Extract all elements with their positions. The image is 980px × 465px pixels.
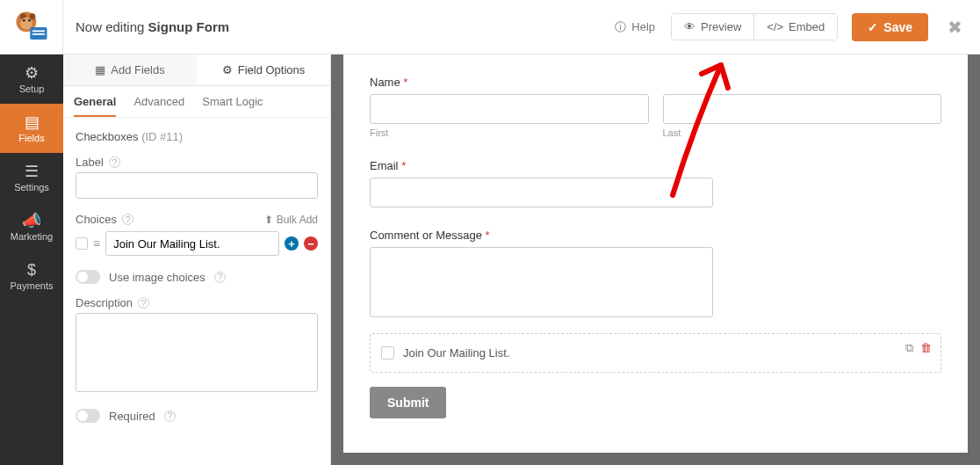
- tab-field-options[interactable]: ⚙ Field Options: [197, 54, 330, 85]
- nav-fields[interactable]: ▤ Fields: [0, 104, 63, 153]
- required-toggle[interactable]: [76, 409, 100, 423]
- help-link[interactable]: ⓘ Help: [615, 19, 655, 35]
- check-icon: ✓: [868, 20, 878, 34]
- field-checkboxes-selected[interactable]: ⧉ 🗑 Join Our Mailing List.: [370, 333, 941, 373]
- field-type-heading: Checkboxes (ID #11): [76, 130, 318, 143]
- image-choices-toggle-row: Use image choices ?: [76, 270, 318, 284]
- checkbox-option[interactable]: [381, 346, 394, 360]
- nav-marketing[interactable]: 📣 Marketing: [0, 202, 63, 251]
- field-email[interactable]: Email *: [370, 159, 941, 207]
- nav-payments[interactable]: $ Payments: [0, 251, 63, 301]
- nav-label: Payments: [11, 280, 54, 291]
- nav-settings[interactable]: ☰ Settings: [0, 153, 63, 202]
- editing-prefix: Now editing: [76, 19, 144, 34]
- remove-choice-button[interactable]: −: [304, 236, 318, 251]
- comment-input[interactable]: [370, 247, 713, 317]
- trash-icon[interactable]: 🗑: [920, 341, 932, 355]
- help-icon: ⓘ: [615, 19, 626, 35]
- bulk-add-link[interactable]: ⬆ Bulk Add: [264, 214, 318, 226]
- help-icon[interactable]: ?: [138, 297, 149, 309]
- field-name[interactable]: Name * First Last: [370, 76, 941, 138]
- nav-setup[interactable]: ⚙ Setup: [0, 54, 63, 104]
- subtab-general[interactable]: General: [74, 95, 116, 117]
- svg-point-4: [22, 18, 25, 21]
- help-label: Help: [631, 20, 655, 33]
- save-button[interactable]: ✓ Save: [852, 13, 928, 41]
- form-preview: Name * First Last: [343, 54, 968, 453]
- layout-icon: ▤: [25, 114, 40, 130]
- form-preview-canvas: Name * First Last: [331, 54, 980, 465]
- svg-rect-7: [32, 30, 44, 32]
- field-comment[interactable]: Comment or Message *: [370, 229, 941, 317]
- help-icon[interactable]: ?: [122, 214, 133, 225]
- subtab-advanced[interactable]: Advanced: [133, 95, 184, 117]
- left-nav: ⚙ Setup ▤ Fields ☰ Settings 📣 Marketing …: [0, 0, 63, 465]
- image-choices-toggle[interactable]: [76, 270, 100, 284]
- dollar-icon: $: [27, 262, 36, 278]
- nav-label: Setup: [19, 84, 45, 94]
- grid-icon: ▦: [95, 63, 105, 76]
- drag-handle-icon[interactable]: ≡: [93, 236, 100, 251]
- code-icon: </>: [767, 20, 783, 33]
- upload-icon: ⬆: [264, 214, 273, 226]
- top-bar: Now editing Signup Form ⓘ Help 👁 Preview…: [63, 0, 980, 54]
- submit-button[interactable]: Submit: [370, 387, 446, 418]
- nav-label: Settings: [14, 182, 49, 193]
- preview-embed-group: 👁 Preview </> Embed: [671, 13, 838, 40]
- choice-default-checkbox[interactable]: [76, 237, 88, 250]
- preview-button[interactable]: 👁 Preview: [672, 14, 754, 40]
- svg-rect-8: [32, 33, 44, 35]
- description-heading: Description ?: [76, 296, 318, 309]
- sliders-icon: ☰: [25, 163, 39, 179]
- last-sublabel: Last: [663, 127, 942, 138]
- first-name-input[interactable]: [370, 94, 649, 124]
- checkbox-option-label: Join Our Mailing List.: [403, 346, 509, 360]
- nav-label: Marketing: [11, 231, 53, 242]
- choice-input[interactable]: [105, 231, 279, 256]
- gear-icon: ⚙: [25, 65, 39, 81]
- preview-label: Preview: [701, 20, 741, 33]
- help-icon[interactable]: ?: [164, 411, 176, 422]
- email-input[interactable]: [370, 178, 713, 207]
- page-title: Now editing Signup Form: [76, 19, 229, 34]
- choice-row: ≡ + −: [76, 231, 318, 256]
- form-name: Signup Form: [148, 19, 230, 34]
- close-button[interactable]: ✖: [948, 17, 962, 38]
- field-sidebar: ▦ Add Fields ⚙ Field Options General Adv…: [63, 54, 331, 465]
- duplicate-icon[interactable]: ⧉: [905, 341, 913, 355]
- subtab-smart-logic[interactable]: Smart Logic: [202, 95, 263, 117]
- embed-button[interactable]: </> Embed: [754, 14, 837, 40]
- nav-label: Fields: [18, 133, 44, 143]
- label-heading: Label ?: [76, 156, 318, 169]
- required-toggle-row: Required ?: [76, 409, 318, 423]
- last-name-input[interactable]: [663, 94, 942, 124]
- choices-heading: Choices ?: [76, 213, 133, 226]
- help-icon[interactable]: ?: [109, 156, 120, 168]
- logo: [0, 0, 63, 54]
- save-label: Save: [883, 20, 912, 34]
- first-sublabel: First: [370, 127, 649, 138]
- sliders-icon: ⚙: [222, 63, 233, 76]
- description-input[interactable]: [76, 313, 318, 392]
- bullhorn-icon: 📣: [22, 213, 41, 229]
- svg-point-5: [27, 18, 30, 21]
- tab-add-fields[interactable]: ▦ Add Fields: [63, 54, 197, 85]
- add-choice-button[interactable]: +: [285, 236, 299, 251]
- eye-icon: 👁: [684, 20, 695, 33]
- label-input[interactable]: [76, 172, 318, 199]
- embed-label: Embed: [789, 20, 825, 33]
- svg-point-2: [29, 13, 35, 19]
- help-icon[interactable]: ?: [214, 272, 226, 283]
